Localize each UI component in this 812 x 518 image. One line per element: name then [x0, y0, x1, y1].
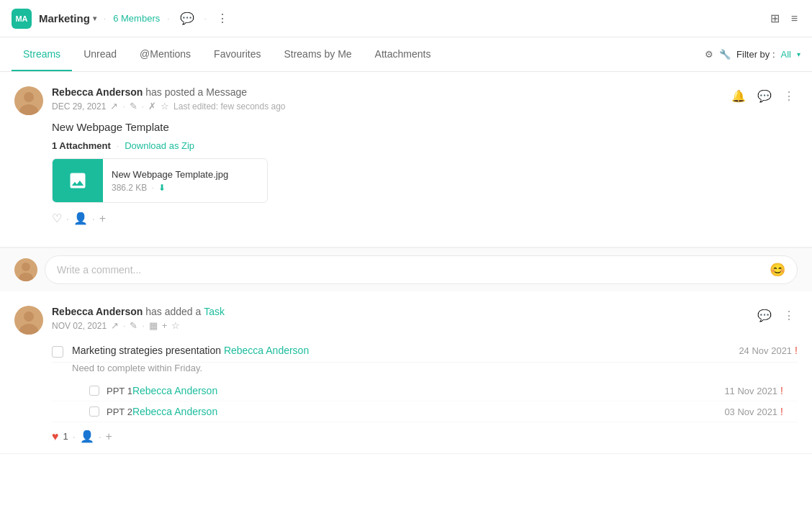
post-actions-2: 💬 ⋮: [754, 306, 798, 325]
post-content-1: New Webpage Template 1 Attachment · Down…: [52, 121, 798, 203]
add-icon-2[interactable]: +: [162, 320, 168, 331]
star-icon-2[interactable]: ☆: [171, 320, 180, 331]
task-checkbox-main[interactable]: [52, 346, 63, 358]
post-header-left-2: Rebecca Anderson has added a Task NOV 02…: [14, 306, 225, 335]
sub-task-name-2: PPT 2: [107, 406, 132, 417]
priority-icon-sub-1: !: [780, 385, 783, 396]
post-author-2: Rebecca Anderson: [52, 306, 143, 317]
post-header-1: Rebecca Anderson has posted a Message DE…: [14, 86, 798, 115]
tab-favourites[interactable]: Favourites: [202, 38, 272, 71]
separator-dot2: ·: [167, 14, 169, 24]
chevron-down-icon: ▾: [93, 14, 96, 22]
external-link-icon[interactable]: ↗: [110, 101, 118, 112]
post-card-1: Rebecca Anderson has posted a Message DE…: [0, 72, 812, 247]
attachment-name-1: New Webpage Template.jpg: [112, 169, 258, 180]
svg-point-7: [24, 312, 34, 322]
attachment-card-1[interactable]: New Webpage Template.jpg 386.2 KB · ⬇: [52, 158, 268, 203]
post-action-1: has posted a Message: [145, 86, 247, 98]
more-reaction-btn[interactable]: +: [99, 212, 106, 225]
sub-task-name-1: PPT 1: [107, 386, 132, 396]
tabs-bar: Streams Unread @Mentions Favourites Stre…: [0, 37, 812, 72]
edit-icon[interactable]: ✎: [130, 101, 137, 112]
post-actions-1: 🔔 💬 ⋮: [728, 86, 798, 106]
tab-streams-by-me[interactable]: Streams by Me: [272, 38, 363, 71]
filter-label: Filter by :: [736, 49, 775, 60]
dislike-icon[interactable]: ✗: [148, 101, 156, 112]
download-link-1[interactable]: Download as Zip: [125, 140, 194, 151]
sub-task-checkbox-2[interactable]: [89, 406, 99, 417]
filter-chevron-icon[interactable]: ▾: [797, 50, 800, 58]
separator-dot3: ·: [204, 14, 207, 24]
reaction-count-2: 1: [63, 431, 68, 442]
separator-dot: ·: [104, 14, 106, 24]
more-options-icon[interactable]: ⋮: [214, 9, 231, 28]
more-options-icon-post[interactable]: ⋮: [780, 86, 798, 106]
heart-filled-icon[interactable]: ♥: [52, 430, 59, 443]
reactions-2: ♥ 1 · 👤 · +: [52, 422, 798, 453]
menu-icon[interactable]: ≡: [788, 9, 800, 28]
sub-task-date-1: 11 Nov 2021 !: [724, 385, 783, 396]
priority-icon: !: [795, 345, 798, 356]
add-reaction-btn-2[interactable]: 👤: [80, 430, 94, 443]
priority-icon-sub-2: !: [780, 406, 783, 417]
attachment-count-1: 1 Attachment: [52, 140, 111, 151]
post-date-2: NOV 02, 2021: [52, 321, 107, 331]
add-reaction-btn[interactable]: 👤: [73, 212, 88, 225]
attachment-size-1: 386.2 KB: [112, 183, 147, 193]
post-card-2: Rebecca Anderson has added a Task NOV 02…: [0, 291, 812, 454]
post-author-1: Rebecca Anderson: [52, 86, 143, 98]
filter-value[interactable]: All: [781, 49, 791, 60]
reactions-1: ♡ · 👤 · +: [52, 212, 798, 225]
edit-icon-2[interactable]: ✎: [130, 320, 137, 331]
download-small-icon[interactable]: ⬇: [158, 183, 166, 193]
more-options-icon-post-2[interactable]: ⋮: [780, 306, 798, 325]
filter-settings-icon: 🔧: [719, 49, 731, 60]
post-header-2: Rebecca Anderson has added a Task NOV 02…: [14, 306, 798, 335]
sub-task-assignee-1[interactable]: Rebecca Anderson: [132, 385, 217, 396]
attachment-thumb-1: [53, 159, 103, 202]
post-action-2: has added a: [145, 306, 204, 317]
chat-icon[interactable]: 💬: [177, 9, 197, 28]
post-title-1: New Webpage Template: [52, 121, 798, 133]
task-assignee[interactable]: Rebecca Anderson: [224, 345, 309, 356]
tabs-list: Streams Unread @Mentions Favourites Stre…: [12, 38, 442, 71]
header-left: MA Marketing ▾ · 6 Members · 💬 · ⋮: [12, 9, 231, 29]
star-icon[interactable]: ☆: [161, 101, 169, 112]
members-link[interactable]: 6 Members: [113, 13, 160, 24]
tab-unread[interactable]: Unread: [72, 38, 128, 71]
task-type-link[interactable]: Task: [204, 306, 225, 317]
post-date-1: DEC 29, 2021: [52, 101, 106, 112]
post-date-line-2: NOV 02, 2021 ↗ · ✎ · ▦ + ☆: [52, 320, 225, 331]
emoji-icon[interactable]: 😊: [770, 262, 785, 278]
comment-icon[interactable]: 💬: [754, 86, 775, 106]
filter-icon: ⚙: [705, 49, 713, 60]
external-link-icon-2[interactable]: ↗: [111, 320, 119, 331]
tab-mentions[interactable]: @Mentions: [128, 38, 202, 71]
task-icon-2[interactable]: ▦: [149, 320, 158, 331]
post-last-edited-1: Last edited: few seconds ago: [173, 101, 285, 112]
post-header-left-1: Rebecca Anderson has posted a Message DE…: [14, 86, 286, 115]
tab-streams[interactable]: Streams: [12, 38, 72, 71]
tab-attachments[interactable]: Attachments: [364, 38, 443, 71]
more-reaction-btn-2[interactable]: +: [106, 430, 112, 443]
post-date-line-1: DEC 29, 2021 ↗ · ✎ · ✗ ☆ Last edited: fe…: [52, 101, 286, 112]
task-content: Marketing strategies presentation Rebecc…: [72, 345, 739, 356]
task-description: Need to complete within Friday.: [72, 363, 798, 376]
grid-view-icon[interactable]: ⊞: [767, 9, 782, 28]
svg-point-1: [24, 92, 34, 102]
sub-task-checkbox-1[interactable]: [89, 386, 99, 396]
task-title: Marketing strategies presentation: [72, 345, 221, 356]
sub-task-2: PPT 2 Rebecca Anderson 03 Nov 2021 !: [52, 401, 798, 422]
workspace-title: Marketing: [39, 12, 90, 24]
comment-icon-2[interactable]: 💬: [754, 306, 775, 325]
comment-avatar-1: [14, 258, 37, 281]
comment-input-wrap-1[interactable]: Write a comment... 😊: [45, 255, 798, 284]
workspace-name[interactable]: Marketing ▾: [39, 12, 96, 24]
heart-reaction-btn[interactable]: ♡: [52, 212, 62, 225]
attachment-size-line-1: 386.2 KB · ⬇: [112, 183, 258, 193]
post-meta-1: Rebecca Anderson has posted a Message DE…: [52, 86, 286, 112]
remind-icon[interactable]: 🔔: [728, 86, 749, 106]
comment-placeholder-1: Write a comment...: [57, 264, 141, 276]
header: MA Marketing ▾ · 6 Members · 💬 · ⋮ ⊞ ≡: [0, 0, 812, 37]
sub-task-assignee-2[interactable]: Rebecca Anderson: [132, 406, 217, 417]
